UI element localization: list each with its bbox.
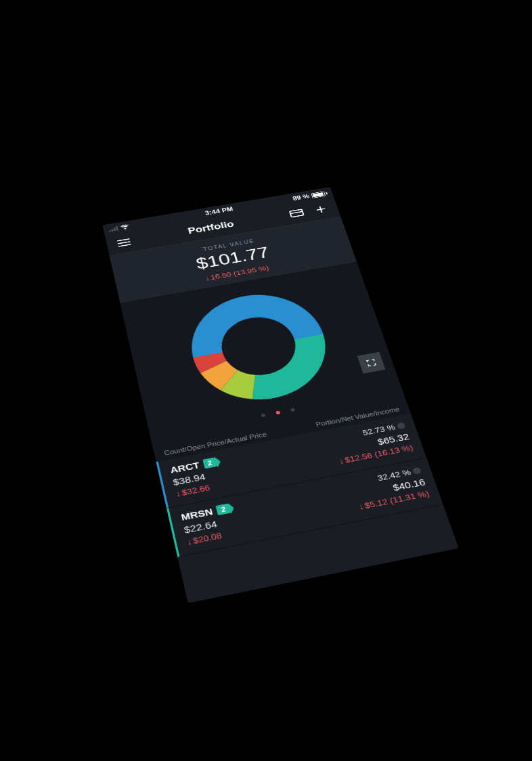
count-badge: 2: [202, 457, 217, 469]
page-dot[interactable]: [290, 408, 294, 412]
card-icon: [289, 209, 305, 217]
page-title: Portfolio: [187, 219, 235, 236]
portion-pie-icon: [397, 422, 406, 429]
page-dot-active[interactable]: [275, 411, 280, 415]
income-delta: $5.12 (11.31 %): [357, 489, 430, 511]
cards-button[interactable]: [284, 204, 309, 222]
plus-icon: +: [314, 204, 327, 214]
hamburger-icon: [117, 238, 131, 247]
phone-screen: 3:44 PM 89 % Portfolio + TOTAL: [102, 187, 458, 603]
add-button[interactable]: +: [308, 200, 334, 218]
page-dot[interactable]: [261, 414, 265, 418]
count-badge: 2: [216, 503, 231, 515]
cellular-signal-icon: [108, 226, 118, 232]
portion-pie-icon: [412, 466, 422, 475]
fullscreen-icon: [365, 357, 378, 368]
menu-button[interactable]: [112, 233, 137, 252]
wifi-icon: [120, 224, 129, 230]
battery-icon: [311, 191, 328, 198]
